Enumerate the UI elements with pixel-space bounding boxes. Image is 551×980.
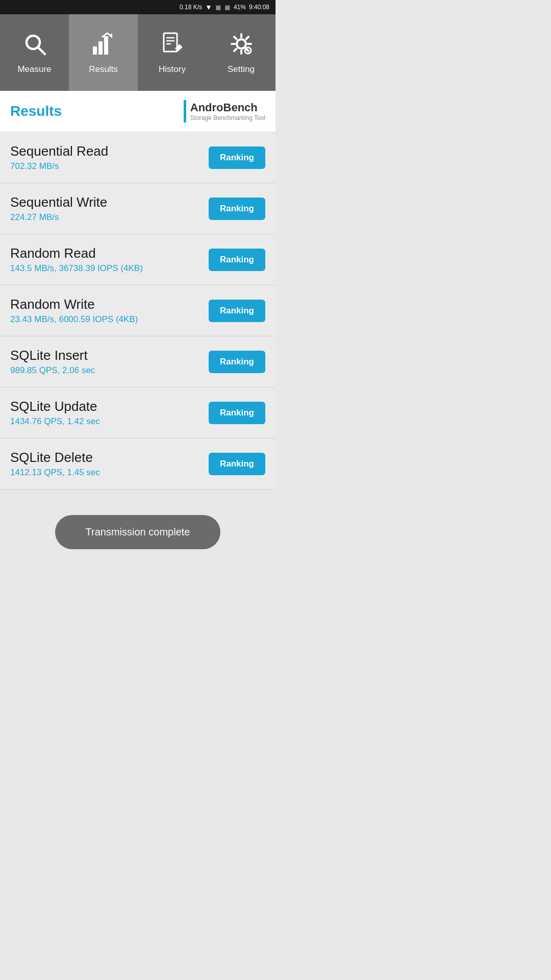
brand-subtitle: Storage Benchmarking Tool xyxy=(190,114,265,121)
tab-measure-label: Measure xyxy=(17,64,51,75)
tab-setting-label: Setting xyxy=(228,64,255,75)
result-item-sequential-write: Sequential Write 224.27 MB/s Ranking xyxy=(0,183,276,234)
result-value: 23.43 MB/s, 6000.59 IOPS (4KB) xyxy=(10,314,209,325)
results-list: Sequential Read 702.32 MB/s Ranking Sequ… xyxy=(0,132,276,489)
result-name: Sequential Read xyxy=(10,143,209,159)
tab-results-label: Results xyxy=(89,64,118,75)
signal-icon1: ◼ xyxy=(215,3,221,11)
tab-history[interactable]: History xyxy=(138,14,207,91)
result-item-sqlite-insert: SQLite Insert 989.85 QPS, 2.06 sec Ranki… xyxy=(0,336,276,387)
result-value: 702.32 MB/s xyxy=(10,161,209,172)
result-value: 1412.13 QPS, 1.45 sec xyxy=(10,468,209,478)
results-icon xyxy=(91,31,116,60)
result-name: SQLite Delete xyxy=(10,450,209,465)
ranking-button-seq-write[interactable]: Ranking xyxy=(209,198,265,220)
tab-history-label: History xyxy=(159,64,186,75)
ranking-button-seq-read[interactable]: Ranking xyxy=(209,146,265,169)
footer: Transmission complete xyxy=(0,489,276,570)
result-value: 1434.76 QPS, 1.42 sec xyxy=(10,416,209,427)
wifi-icon: ▼ xyxy=(205,3,212,11)
result-info: Sequential Write 224.27 MB/s xyxy=(10,194,209,223)
result-info: Random Write 23.43 MB/s, 6000.59 IOPS (4… xyxy=(10,297,209,325)
transmission-complete-button[interactable]: Transmission complete xyxy=(55,515,221,549)
brand-name: AndroBench xyxy=(190,101,265,114)
network-speed: 0.18 K/s xyxy=(180,4,202,11)
tab-setting[interactable]: Setting xyxy=(207,14,276,91)
result-info: SQLite Update 1434.76 QPS, 1.42 sec xyxy=(10,399,209,427)
nav-tabs: Measure Results xyxy=(0,14,276,91)
svg-point-12 xyxy=(237,39,246,48)
ranking-button-sqlite-insert[interactable]: Ranking xyxy=(209,351,265,373)
result-info: SQLite Delete 1412.13 QPS, 1.45 sec xyxy=(10,450,209,478)
svg-line-18 xyxy=(246,48,248,51)
result-value: 143.5 MB/s, 36738.39 IOPS (4KB) xyxy=(10,263,209,274)
svg-line-1 xyxy=(38,47,45,54)
result-name: Sequential Write xyxy=(10,194,209,210)
ranking-button-sqlite-update[interactable]: Ranking xyxy=(209,402,265,424)
brand-accent-bar xyxy=(184,100,186,122)
result-item-sqlite-update: SQLite Update 1434.76 QPS, 1.42 sec Rank… xyxy=(0,387,276,438)
result-item-random-write: Random Write 23.43 MB/s, 6000.59 IOPS (4… xyxy=(0,285,276,336)
svg-rect-6 xyxy=(164,33,177,52)
battery-level: 41% xyxy=(234,4,246,11)
result-item-sequential-read: Sequential Read 702.32 MB/s Ranking xyxy=(0,132,276,183)
tab-results[interactable]: Results xyxy=(69,14,138,91)
status-bar: 0.18 K/s ▼ ◼ ◼ 41% 9:40:08 xyxy=(0,0,276,14)
result-name: Random Read xyxy=(10,246,209,261)
setting-icon xyxy=(229,31,254,60)
ranking-button-sqlite-delete[interactable]: Ranking xyxy=(209,453,265,475)
brand-name-1: Andro xyxy=(190,101,223,114)
svg-rect-3 xyxy=(98,41,103,55)
result-item-sqlite-delete: SQLite Delete 1412.13 QPS, 1.45 sec Rank… xyxy=(0,438,276,489)
signal-icon2: ◼ xyxy=(224,3,231,11)
tab-measure[interactable]: Measure xyxy=(0,14,69,91)
measure-icon xyxy=(22,31,47,60)
ranking-button-rand-read[interactable]: Ranking xyxy=(209,249,265,271)
result-name: SQLite Insert xyxy=(10,348,209,363)
result-name: SQLite Update xyxy=(10,399,209,414)
result-info: SQLite Insert 989.85 QPS, 2.06 sec xyxy=(10,348,209,376)
results-header: Results AndroBench Storage Benchmarking … xyxy=(0,91,276,132)
svg-line-17 xyxy=(234,37,237,39)
brand-logo: AndroBench Storage Benchmarking Tool xyxy=(184,100,265,122)
ranking-button-rand-write[interactable]: Ranking xyxy=(209,300,265,322)
result-item-random-read: Random Read 143.5 MB/s, 36738.39 IOPS (4… xyxy=(0,234,276,285)
history-icon xyxy=(160,31,185,60)
svg-line-20 xyxy=(234,48,237,51)
clock: 9:40:08 xyxy=(249,4,269,11)
brand-text: AndroBench Storage Benchmarking Tool xyxy=(190,101,265,121)
svg-marker-10 xyxy=(175,44,182,52)
result-value: 224.27 MB/s xyxy=(10,212,209,223)
brand-name-2: Bench xyxy=(223,101,258,114)
page-title: Results xyxy=(10,103,62,119)
result-name: Random Write xyxy=(10,297,209,312)
result-value: 989.85 QPS, 2.06 sec xyxy=(10,365,209,376)
result-info: Sequential Read 702.32 MB/s xyxy=(10,143,209,172)
svg-rect-4 xyxy=(104,36,108,55)
svg-line-19 xyxy=(246,37,248,39)
result-info: Random Read 143.5 MB/s, 36738.39 IOPS (4… xyxy=(10,246,209,274)
svg-rect-2 xyxy=(93,46,97,55)
